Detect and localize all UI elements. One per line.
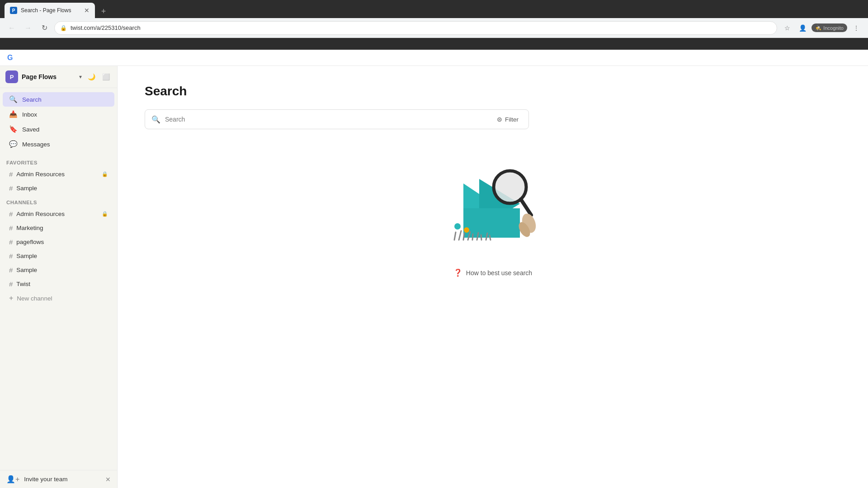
filter-button[interactable]: ⊜ Filter	[493, 114, 522, 125]
hash-icon: #	[9, 266, 13, 274]
header-actions: 🌙 ⬜	[85, 71, 112, 83]
svg-rect-2	[463, 208, 520, 238]
reload-button[interactable]: ↻	[38, 22, 51, 34]
sidebar-item-inbox[interactable]: 📥 Inbox	[3, 107, 114, 122]
inbox-icon: 📥	[9, 110, 18, 118]
sidebar-item-messages-label: Messages	[22, 141, 50, 148]
filter-label: Filter	[505, 116, 519, 123]
workspace-name: Page Flows	[22, 73, 75, 80]
twist-label: Twist	[16, 281, 108, 287]
hash-icon: #	[9, 184, 13, 192]
forward-button[interactable]: →	[22, 22, 34, 34]
svg-line-10	[459, 231, 461, 240]
page-title: Search	[145, 84, 841, 99]
search-bar-container: 🔍 ⊜ Filter	[145, 109, 529, 129]
sidebar-item-search-label: Search	[22, 96, 42, 103]
workspace-avatar: P	[5, 70, 18, 83]
marketing-label: Marketing	[16, 225, 108, 231]
sidebar-item-sample-fav[interactable]: # Sample	[3, 182, 114, 195]
search-bar-icon: 🔍	[151, 115, 160, 124]
empty-state: ❓ How to best use search	[145, 156, 841, 277]
sidebar-item-marketing[interactable]: # Marketing	[3, 221, 114, 235]
saved-icon: 🔖	[9, 125, 18, 133]
pageflows-label: pageflows	[16, 239, 108, 245]
svg-line-17	[490, 235, 491, 240]
favorites-section-header: Favorites	[0, 155, 117, 167]
sidebar-item-saved[interactable]: 🔖 Saved	[3, 122, 114, 136]
hash-icon: #	[9, 238, 13, 246]
sidebar-item-sample1[interactable]: # Sample	[3, 249, 114, 263]
invite-icon: 👤+	[6, 475, 19, 483]
plus-icon: +	[9, 294, 13, 302]
google-icon: G	[7, 54, 13, 62]
sidebar-header: P Page Flows ▾ 🌙 ⬜	[0, 66, 117, 88]
browser-tab-active[interactable]: P Search - Page Flows ✕	[5, 3, 95, 18]
menu-button[interactable]: ⋮	[850, 22, 863, 34]
svg-line-13	[472, 234, 473, 240]
address-bar[interactable]: 🔒 twist.com/a/225310/search	[54, 21, 777, 35]
toolbar-right: ☆ 👤 🕵️ Incognito ⋮	[781, 22, 863, 34]
svg-line-9	[454, 232, 456, 240]
help-link[interactable]: ❓ How to best use search	[453, 268, 532, 277]
sidebar-item-admin-resources-fav[interactable]: # Admin Resources 🔒	[3, 168, 114, 181]
svg-line-15	[481, 235, 481, 240]
tab-favicon: P	[10, 7, 17, 14]
browser-chrome: P Search - Page Flows ✕ + ← → ↻ 🔒 twist.…	[0, 0, 868, 50]
hash-icon: #	[9, 224, 13, 232]
tab-title: Search - Page Flows	[21, 7, 80, 14]
admin-resources-label: Admin Resources	[16, 211, 98, 217]
sidebar-item-sample2[interactable]: # Sample	[3, 263, 114, 277]
help-icon: ❓	[453, 268, 462, 277]
dark-mode-button[interactable]: 🌙	[85, 71, 97, 83]
new-channel-label: New channel	[17, 295, 52, 302]
hash-icon: #	[9, 252, 13, 260]
search-input[interactable]	[165, 116, 489, 123]
svg-point-8	[464, 227, 469, 233]
browser-toolbar: ← → ↻ 🔒 twist.com/a/225310/search ☆ 👤 🕵️…	[0, 18, 868, 38]
app-layout: P Page Flows ▾ 🌙 ⬜ 🔍 Search 📥 Inbox 🔖 Sa…	[0, 66, 868, 488]
incognito-hat-icon: 🕵️	[815, 25, 821, 31]
ssl-lock-icon: 🔒	[60, 25, 67, 31]
sidebar-item-inbox-label: Inbox	[22, 111, 37, 118]
url-text: twist.com/a/225310/search	[71, 24, 141, 31]
help-text: How to best use search	[466, 269, 532, 277]
sample1-label: Sample	[16, 253, 108, 259]
lock-icon-channel: 🔒	[102, 211, 108, 217]
svg-line-4	[521, 199, 531, 215]
messages-icon: 💬	[9, 140, 18, 148]
filter-icon: ⊜	[497, 116, 502, 123]
invite-close-button[interactable]: ✕	[105, 476, 111, 483]
sample-fav-label: Sample	[16, 185, 108, 192]
workspace-chevron-icon[interactable]: ▾	[79, 74, 82, 80]
sidebar: P Page Flows ▾ 🌙 ⬜ 🔍 Search 📥 Inbox 🔖 Sa…	[0, 66, 118, 488]
lock-icon-fav: 🔒	[102, 171, 108, 177]
invite-label[interactable]: Invite your team	[24, 476, 101, 483]
layout-button[interactable]: ⬜	[100, 71, 112, 83]
sidebar-item-admin-resources[interactable]: # Admin Resources 🔒	[3, 207, 114, 221]
hash-icon: #	[9, 170, 13, 178]
sidebar-item-messages[interactable]: 💬 Messages	[3, 137, 114, 151]
sample2-label: Sample	[16, 267, 108, 273]
bookmark-button[interactable]: ☆	[781, 22, 793, 34]
main-content: Search 🔍 ⊜ Filter	[118, 66, 868, 488]
svg-point-7	[454, 223, 461, 230]
sidebar-item-pageflows[interactable]: # pageflows	[3, 235, 114, 249]
sidebar-item-search[interactable]: 🔍 Search	[3, 92, 114, 107]
tab-close-button[interactable]: ✕	[84, 7, 90, 14]
incognito-label: Incognito	[823, 25, 844, 31]
sidebar-nav: 🔍 Search 📥 Inbox 🔖 Saved 💬 Messages	[0, 88, 117, 155]
hash-icon: #	[9, 280, 13, 288]
add-channel-item[interactable]: + New channel	[3, 291, 114, 305]
profile-button[interactable]: 👤	[796, 22, 809, 34]
back-button[interactable]: ←	[5, 22, 18, 34]
search-nav-icon: 🔍	[9, 95, 18, 103]
svg-line-11	[463, 233, 464, 240]
browser-tabs: P Search - Page Flows ✕ +	[0, 0, 868, 18]
hash-icon: #	[9, 210, 13, 218]
channels-section-header: Channels	[0, 195, 117, 207]
incognito-badge: 🕵️ Incognito	[811, 23, 847, 32]
sidebar-item-twist[interactable]: # Twist	[3, 277, 114, 291]
app-chrome: G	[0, 50, 868, 66]
search-illustration	[439, 156, 547, 265]
new-tab-button[interactable]: +	[97, 5, 110, 18]
